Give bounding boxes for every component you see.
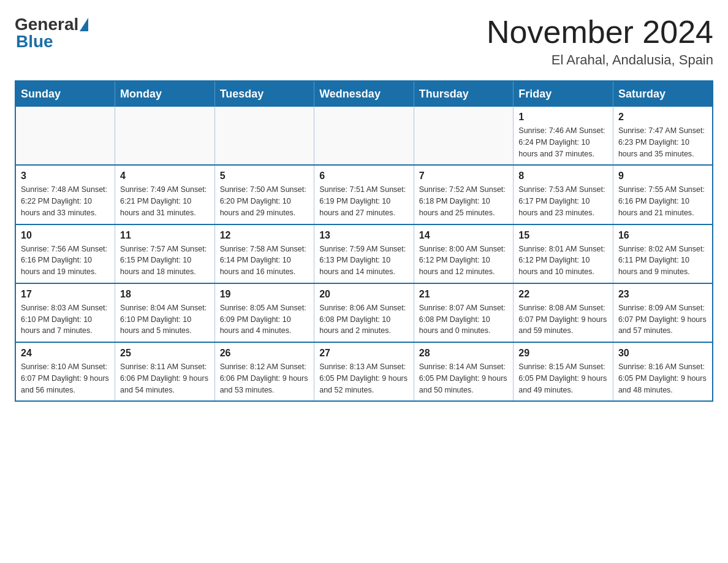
table-row <box>414 107 514 165</box>
logo-triangle-icon <box>80 18 88 31</box>
table-row: 5Sunrise: 7:50 AM Sunset: 6:20 PM Daylig… <box>214 165 314 224</box>
table-row: 15Sunrise: 8:01 AM Sunset: 6:12 PM Dayli… <box>514 224 613 283</box>
table-row: 20Sunrise: 8:06 AM Sunset: 6:08 PM Dayli… <box>314 283 414 342</box>
day-number: 20 <box>319 289 409 300</box>
table-row: 27Sunrise: 8:13 AM Sunset: 6:05 PM Dayli… <box>314 342 414 401</box>
day-number: 1 <box>518 112 608 123</box>
table-row: 4Sunrise: 7:49 AM Sunset: 6:21 PM Daylig… <box>115 165 215 224</box>
day-number: 26 <box>220 348 309 359</box>
calendar-week-row: 1Sunrise: 7:46 AM Sunset: 6:24 PM Daylig… <box>15 107 713 165</box>
day-info: Sunrise: 8:02 AM Sunset: 6:11 PM Dayligh… <box>618 243 707 278</box>
table-row: 16Sunrise: 8:02 AM Sunset: 6:11 PM Dayli… <box>613 224 713 283</box>
header-tuesday: Tuesday <box>214 81 314 107</box>
day-info: Sunrise: 7:47 AM Sunset: 6:23 PM Dayligh… <box>618 125 707 159</box>
day-number: 28 <box>419 348 509 359</box>
header-friday: Friday <box>514 81 613 107</box>
table-row <box>115 107 215 165</box>
table-row: 11Sunrise: 7:57 AM Sunset: 6:15 PM Dayli… <box>115 224 215 283</box>
day-info: Sunrise: 8:16 AM Sunset: 6:05 PM Dayligh… <box>618 361 707 396</box>
day-info: Sunrise: 7:56 AM Sunset: 6:16 PM Dayligh… <box>21 243 110 278</box>
day-info: Sunrise: 7:46 AM Sunset: 6:24 PM Dayligh… <box>518 125 608 159</box>
day-info: Sunrise: 7:59 AM Sunset: 6:13 PM Dayligh… <box>319 243 409 278</box>
day-number: 7 <box>419 170 509 182</box>
table-row <box>214 107 314 165</box>
table-row: 30Sunrise: 8:16 AM Sunset: 6:05 PM Dayli… <box>613 342 713 401</box>
table-row: 17Sunrise: 8:03 AM Sunset: 6:10 PM Dayli… <box>15 283 115 342</box>
day-number: 17 <box>21 289 110 300</box>
table-row: 19Sunrise: 8:05 AM Sunset: 6:09 PM Dayli… <box>214 283 314 342</box>
day-number: 19 <box>220 289 309 300</box>
day-number: 6 <box>319 170 409 182</box>
table-row: 6Sunrise: 7:51 AM Sunset: 6:19 PM Daylig… <box>314 165 414 224</box>
header-saturday: Saturday <box>613 81 713 107</box>
day-number: 25 <box>120 348 210 359</box>
day-info: Sunrise: 8:05 AM Sunset: 6:09 PM Dayligh… <box>220 302 309 337</box>
day-info: Sunrise: 8:14 AM Sunset: 6:05 PM Dayligh… <box>419 361 509 396</box>
day-number: 23 <box>618 289 707 300</box>
day-info: Sunrise: 7:52 AM Sunset: 6:18 PM Dayligh… <box>419 184 509 218</box>
day-info: Sunrise: 8:00 AM Sunset: 6:12 PM Dayligh… <box>419 243 509 278</box>
day-number: 11 <box>120 230 210 241</box>
day-info: Sunrise: 7:53 AM Sunset: 6:17 PM Dayligh… <box>518 184 608 218</box>
table-row: 2Sunrise: 7:47 AM Sunset: 6:23 PM Daylig… <box>613 107 713 165</box>
header-sunday: Sunday <box>15 81 115 107</box>
table-row: 7Sunrise: 7:52 AM Sunset: 6:18 PM Daylig… <box>414 165 514 224</box>
table-row: 1Sunrise: 7:46 AM Sunset: 6:24 PM Daylig… <box>514 107 613 165</box>
table-row: 9Sunrise: 7:55 AM Sunset: 6:16 PM Daylig… <box>613 165 713 224</box>
table-row: 18Sunrise: 8:04 AM Sunset: 6:10 PM Dayli… <box>115 283 215 342</box>
day-info: Sunrise: 8:06 AM Sunset: 6:08 PM Dayligh… <box>319 302 409 337</box>
page-header: General Blue November 2024 El Arahal, An… <box>15 15 713 68</box>
title-block: November 2024 El Arahal, Andalusia, Spai… <box>487 15 713 68</box>
day-info: Sunrise: 8:07 AM Sunset: 6:08 PM Dayligh… <box>419 302 509 337</box>
calendar-week-row: 10Sunrise: 7:56 AM Sunset: 6:16 PM Dayli… <box>15 224 713 283</box>
table-row: 21Sunrise: 8:07 AM Sunset: 6:08 PM Dayli… <box>414 283 514 342</box>
day-number: 21 <box>419 289 509 300</box>
table-row: 24Sunrise: 8:10 AM Sunset: 6:07 PM Dayli… <box>15 342 115 401</box>
day-info: Sunrise: 7:58 AM Sunset: 6:14 PM Dayligh… <box>220 243 309 278</box>
calendar-week-row: 3Sunrise: 7:48 AM Sunset: 6:22 PM Daylig… <box>15 165 713 224</box>
header-monday: Monday <box>115 81 215 107</box>
day-info: Sunrise: 7:49 AM Sunset: 6:21 PM Dayligh… <box>120 184 210 218</box>
location-label: El Arahal, Andalusia, Spain <box>487 52 713 68</box>
day-info: Sunrise: 8:12 AM Sunset: 6:06 PM Dayligh… <box>220 361 309 396</box>
day-number: 27 <box>319 348 409 359</box>
day-info: Sunrise: 8:09 AM Sunset: 6:07 PM Dayligh… <box>618 302 707 337</box>
table-row: 26Sunrise: 8:12 AM Sunset: 6:06 PM Dayli… <box>214 342 314 401</box>
day-number: 14 <box>419 230 509 241</box>
day-number: 18 <box>120 289 210 300</box>
day-number: 2 <box>618 112 707 123</box>
table-row: 23Sunrise: 8:09 AM Sunset: 6:07 PM Dayli… <box>613 283 713 342</box>
weekday-header-row: Sunday Monday Tuesday Wednesday Thursday… <box>15 81 713 107</box>
day-info: Sunrise: 8:11 AM Sunset: 6:06 PM Dayligh… <box>120 361 210 396</box>
calendar-week-row: 24Sunrise: 8:10 AM Sunset: 6:07 PM Dayli… <box>15 342 713 401</box>
day-info: Sunrise: 7:57 AM Sunset: 6:15 PM Dayligh… <box>120 243 210 278</box>
table-row: 13Sunrise: 7:59 AM Sunset: 6:13 PM Dayli… <box>314 224 414 283</box>
day-number: 30 <box>618 348 707 359</box>
day-info: Sunrise: 8:01 AM Sunset: 6:12 PM Dayligh… <box>518 243 608 278</box>
day-number: 24 <box>21 348 110 359</box>
logo-blue-text: Blue <box>16 32 53 52</box>
table-row: 29Sunrise: 8:15 AM Sunset: 6:05 PM Dayli… <box>514 342 613 401</box>
header-wednesday: Wednesday <box>314 81 414 107</box>
day-number: 5 <box>220 170 309 182</box>
day-number: 16 <box>618 230 707 241</box>
table-row: 25Sunrise: 8:11 AM Sunset: 6:06 PM Dayli… <box>115 342 215 401</box>
day-number: 4 <box>120 170 210 182</box>
logo: General Blue <box>15 15 89 52</box>
day-info: Sunrise: 8:04 AM Sunset: 6:10 PM Dayligh… <box>120 302 210 337</box>
table-row <box>314 107 414 165</box>
day-number: 22 <box>518 289 608 300</box>
day-info: Sunrise: 7:48 AM Sunset: 6:22 PM Dayligh… <box>21 184 110 218</box>
day-info: Sunrise: 8:15 AM Sunset: 6:05 PM Dayligh… <box>518 361 608 396</box>
day-info: Sunrise: 8:10 AM Sunset: 6:07 PM Dayligh… <box>21 361 110 396</box>
table-row: 28Sunrise: 8:14 AM Sunset: 6:05 PM Dayli… <box>414 342 514 401</box>
month-title: November 2024 <box>487 15 713 50</box>
day-info: Sunrise: 8:08 AM Sunset: 6:07 PM Dayligh… <box>518 302 608 337</box>
day-info: Sunrise: 8:13 AM Sunset: 6:05 PM Dayligh… <box>319 361 409 396</box>
day-number: 13 <box>319 230 409 241</box>
day-number: 10 <box>21 230 110 241</box>
table-row <box>15 107 115 165</box>
table-row: 14Sunrise: 8:00 AM Sunset: 6:12 PM Dayli… <box>414 224 514 283</box>
table-row: 10Sunrise: 7:56 AM Sunset: 6:16 PM Dayli… <box>15 224 115 283</box>
table-row: 22Sunrise: 8:08 AM Sunset: 6:07 PM Dayli… <box>514 283 613 342</box>
